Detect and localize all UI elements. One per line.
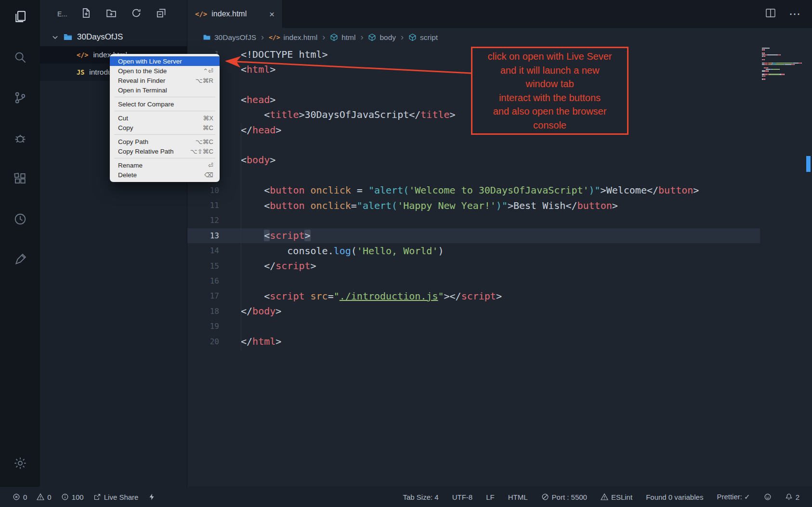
close-tab-icon[interactable]: × [269,10,275,19]
menu-item-label: Reveal in Finder [118,77,165,84]
status-label: 100 [72,493,84,501]
folder-row-root[interactable]: 30DaysOfJS [40,28,187,46]
breadcrumb-item-html[interactable]: html [330,33,355,42]
annotation-line: click on open with Live Sever [472,50,627,64]
context-menu-item[interactable]: Copy Path⌥⌘C [110,137,220,146]
context-menu-item[interactable]: Rename⏎ [110,160,220,170]
status-item-tab-size-4[interactable]: Tab Size: 4 [403,493,438,501]
code-token: 'Hello, World' [357,245,438,257]
annotation-text: click on open with Live Severand it will… [472,50,627,132]
code-token: </ [241,260,275,272]
circle-slash-icon [541,493,549,501]
line-number: 18 [187,307,219,316]
code-line[interactable]: 7 [187,137,760,152]
status-item-html[interactable]: HTML [508,493,528,501]
status-item-live-share[interactable]: Live Share [93,493,139,501]
breadcrumb-item-script[interactable]: script [408,33,438,42]
code-line[interactable]: 18</body> [187,304,760,319]
status-item-utf-8[interactable]: UTF-8 [452,493,473,501]
code-token: > [693,184,699,196]
code-token: ( [351,245,357,257]
search-icon[interactable] [13,50,27,65]
line-number: 19 [187,322,219,331]
context-menu-item[interactable]: Select for Compare [110,99,220,109]
code-token: > [450,109,456,120]
status-item-port-5500[interactable]: Port : 5500 [541,493,587,501]
code-token [304,184,310,196]
code-token: > [270,64,275,75]
settings-gear-icon[interactable] [13,456,27,470]
line-number: 16 [187,276,219,286]
code-line[interactable]: 12 [187,213,760,228]
code-token: > [275,124,281,136]
tab-index-html[interactable]: </> index.html × [187,0,283,28]
code-token: head [247,94,270,105]
status-item-lf[interactable]: LF [486,493,495,501]
code-token: ./introduction.js [340,290,438,302]
status-label: Found 0 variables [646,493,703,501]
minimap-line [762,57,805,58]
edit-session-icon[interactable] [13,252,27,267]
code-token: button [577,200,612,211]
context-menu-item[interactable]: Delete⌫ [110,170,220,180]
minimap[interactable] [762,48,805,80]
code-line[interactable]: 16 [187,273,760,288]
code-token: </ [409,109,420,120]
new-folder-icon[interactable] [106,8,117,20]
status-item-found-0-variables[interactable]: Found 0 variables [646,493,703,501]
menu-separator [114,111,215,111]
code-line[interactable]: 11 <button onclick="alert('Happy New Yea… [187,198,760,213]
context-menu-item[interactable]: Open to the Side⌃⏎ [110,66,220,76]
context-menu-item[interactable]: Copy⌘C [110,123,220,132]
code-token: head [252,124,275,136]
history-icon[interactable] [13,212,27,226]
breadcrumb-item-body[interactable]: body [368,33,396,42]
minimap-line [762,48,805,49]
code-line[interactable]: 14 console.log('Hello, World') [187,243,760,258]
explorer-icon[interactable] [13,10,27,24]
code-token: </ [450,290,461,302]
code-line[interactable]: 19 [187,319,760,334]
code-line[interactable]: 8<body> [187,153,760,168]
status-item-prettier[interactable]: Prettier: ✓ [717,493,750,501]
breadcrumb-item-file[interactable]: </> index.html [269,33,317,42]
status-item-smiley[interactable] [764,493,772,501]
chevron-right-icon: › [401,32,404,42]
code-token [241,230,264,241]
breadcrumb-item-folder[interactable]: 30DaysOfJS [203,33,256,42]
code-token: <!DOCTYPE html> [241,49,328,60]
context-menu-item[interactable]: Open in Terminal [110,85,220,95]
code-line[interactable]: 9 [187,168,760,182]
status-item-eslint[interactable]: ESLint [601,493,632,501]
context-menu-item[interactable]: Copy Relative Path⌥⇧⌘C [110,146,220,156]
refresh-icon[interactable] [131,8,142,20]
debug-icon[interactable] [13,131,27,145]
code-line[interactable]: 13 <script> [187,228,760,243]
status-item-100[interactable]: 100 [61,493,84,501]
extensions-icon[interactable] [13,171,27,186]
context-menu-item[interactable]: Cut⌘X [110,113,220,123]
code-line[interactable]: 17 <script src="./introduction.js"></scr… [187,288,760,303]
code-line[interactable]: 15 </script> [187,258,760,273]
chevron-right-icon: › [261,32,264,42]
code-line[interactable]: 20</html> [187,334,760,349]
code-token: button [270,184,304,196]
context-menu-item[interactable]: Open with Live Server [110,56,220,66]
status-item-2[interactable]: 2 [785,493,799,501]
status-item-0[interactable]: 0 [37,493,51,501]
code-token: > [270,94,275,105]
context-menu-item[interactable]: Reveal in Finder⌥⌘R [110,76,220,85]
code-line[interactable]: 10 <button onclick = "alert('Welcome to … [187,183,760,198]
split-editor-icon[interactable] [765,7,776,21]
status-item-0[interactable]: 0 [13,493,27,501]
annotation-line: and also open the browser [472,104,627,118]
new-file-icon[interactable] [81,8,92,20]
status-item-zap[interactable] [148,493,156,501]
menu-item-label: Open in Terminal [118,87,167,94]
status-label: 2 [796,493,799,501]
line-content: </body> [219,305,281,317]
more-actions-icon[interactable]: ⋯ [789,7,801,21]
source-control-icon[interactable] [13,91,27,105]
code-token: script [461,290,496,302]
collapse-all-icon[interactable] [156,8,167,20]
